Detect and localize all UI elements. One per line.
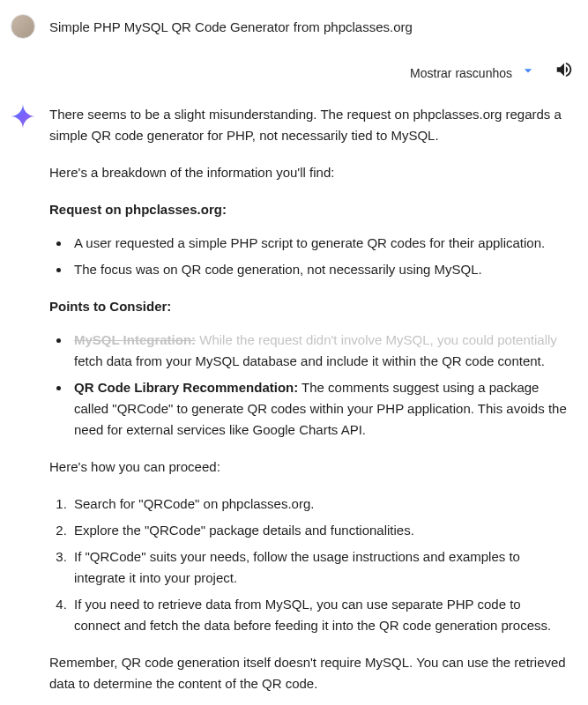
list-item: MySQL Integration: While the request did… (71, 330, 569, 372)
gemini-spark-icon (11, 104, 35, 129)
list-item: Explore the "QRCode" package details and… (71, 520, 569, 541)
section-heading: Points to Consider: (49, 296, 569, 317)
numbered-list: Search for "QRCode" on phpclasses.org. E… (71, 494, 569, 636)
speaker-icon[interactable] (555, 60, 574, 86)
paragraph: Here's how you can proceed: (49, 456, 569, 478)
ai-response-body: There seems to be a slight misunderstand… (49, 104, 577, 705)
list-item: QR Code Library Recommendation: The comm… (71, 377, 569, 441)
list-item: Search for "QRCode" on phpclasses.org. (71, 494, 569, 515)
show-drafts-label: Mostrar rascunhos (410, 63, 512, 83)
user-avatar (11, 14, 35, 39)
list-item-text: fetch data from your MySQL database and … (74, 353, 545, 368)
paragraph: Here's a breakdown of the information yo… (49, 162, 569, 183)
section-heading: Request on phpclasses.org: (49, 199, 569, 220)
strikethrough-text: MySQL Integration: (74, 332, 196, 347)
paragraph: There seems to be a slight misunderstand… (49, 104, 569, 146)
show-drafts-button[interactable]: Mostrar rascunhos (410, 62, 537, 85)
response-controls-row: Mostrar rascunhos (11, 60, 577, 86)
list-item: If "QRCode" suits your needs, follow the… (71, 546, 569, 589)
list-item: A user requested a simple PHP script to … (71, 233, 569, 254)
user-message-row: Simple PHP MySQL QR Code Generator from … (11, 14, 577, 39)
bold-label: QR Code Library Recommendation: (74, 380, 298, 395)
bullet-list: MySQL Integration: While the request did… (71, 330, 569, 441)
list-item: The focus was on QR code generation, not… (71, 259, 569, 280)
ai-message-row: There seems to be a slight misunderstand… (11, 104, 577, 705)
bullet-list: A user requested a simple PHP script to … (71, 233, 569, 280)
strikethrough-text: While the request didn't involve MySQL, … (196, 332, 557, 347)
paragraph: Remember, QR code generation itself does… (49, 652, 569, 694)
chevron-down-icon (519, 62, 537, 85)
user-message-text: Simple PHP MySQL QR Code Generator from … (49, 14, 413, 38)
list-item: If you need to retrieve data from MySQL,… (71, 594, 569, 636)
